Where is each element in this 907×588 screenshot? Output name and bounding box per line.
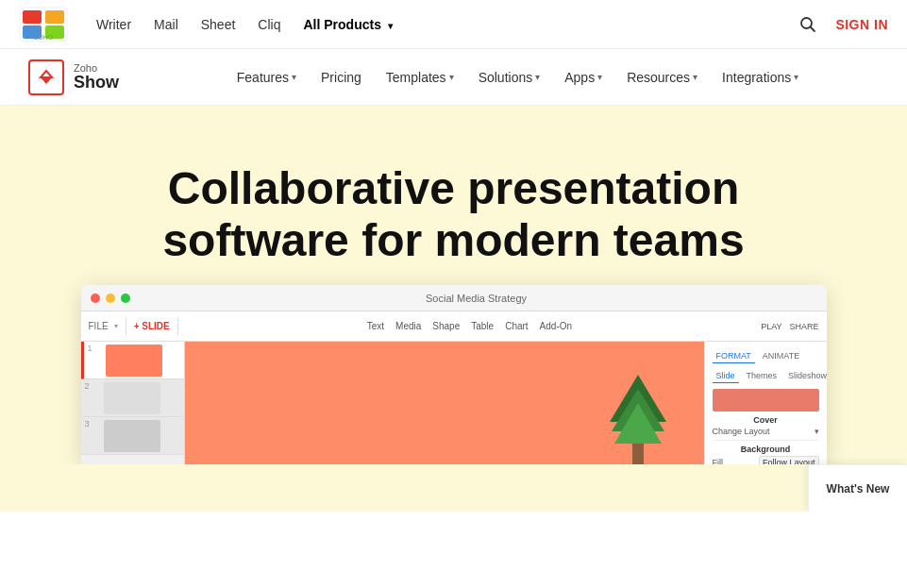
product-nav-items: Features ▾ Pricing Templates ▾ Solutions… — [157, 64, 879, 91]
nav-features[interactable]: Features ▾ — [227, 64, 306, 91]
app-title-bar: Social Media Strategy — [136, 293, 817, 304]
tab-animate[interactable]: ANIMATE — [759, 349, 803, 363]
tab-themes[interactable]: Themes — [743, 369, 781, 383]
slide-preview-3 — [104, 420, 160, 452]
app-screenshot: Social Media Strategy FILE ▾ + SLIDE Tex… — [81, 285, 827, 464]
toolbar-file-label[interactable]: FILE — [89, 321, 109, 331]
tab-slide[interactable]: Slide — [713, 369, 739, 383]
slide-num-3: 3 — [85, 419, 90, 428]
change-layout-chevron-icon: ▾ — [815, 427, 819, 436]
change-layout-row: Change Layout ▾ — [713, 427, 819, 436]
toolbar-right: PLAY SHARE — [761, 322, 818, 331]
nav-resources[interactable]: Resources ▾ — [617, 64, 707, 91]
tool-chart[interactable]: Chart — [505, 321, 528, 331]
nav-solutions[interactable]: Solutions ▾ — [469, 64, 550, 91]
hero-section: Collaborative presentation software for … — [0, 106, 907, 464]
bg-section-title: Background — [713, 445, 819, 454]
top-bar: ZOHO Writer Mail Sheet Cliq All Products… — [0, 0, 907, 49]
fill-select[interactable]: Follow Layout — [759, 456, 819, 464]
app-toolbar: FILE ▾ + SLIDE Text Media Shape Table Ch… — [81, 311, 827, 342]
svg-rect-13 — [632, 444, 644, 464]
apps-chevron-icon: ▾ — [597, 72, 602, 82]
slide-num-2: 2 — [85, 381, 90, 391]
tab-slideshow[interactable]: Slideshow — [784, 369, 826, 383]
hero-title: Collaborative presentation software for … — [152, 162, 756, 266]
fill-row: Fill Follow Layout — [713, 456, 819, 464]
nav-pricing[interactable]: Pricing — [311, 64, 371, 91]
nav-apps[interactable]: Apps ▾ — [555, 64, 612, 91]
slide-panel: 1 2 3 — [81, 342, 185, 464]
whats-new-badge[interactable]: What's New — [808, 464, 907, 512]
templates-chevron-icon: ▾ — [449, 72, 454, 82]
top-nav-cliq[interactable]: Cliq — [258, 17, 280, 32]
svg-text:ZOHO: ZOHO — [34, 34, 54, 41]
svg-marker-9 — [41, 77, 52, 84]
brand-logo[interactable]: Zoho Show — [28, 59, 119, 95]
slide-num-1: 1 — [88, 344, 92, 353]
window-close-dot — [91, 294, 100, 303]
window-minimize-dot — [106, 294, 115, 303]
share-button[interactable]: SHARE — [789, 322, 818, 331]
top-nav-writer[interactable]: Writer — [96, 17, 131, 32]
slide-thumb-2[interactable]: 2 — [81, 379, 184, 417]
tab-format[interactable]: FORMAT — [713, 349, 755, 363]
right-format-panel: FORMAT ANIMATE Slide Themes Slideshow Co… — [704, 342, 827, 464]
brand-show-label: Show — [74, 74, 119, 92]
tool-table[interactable]: Table — [471, 321, 494, 331]
solutions-chevron-icon: ▾ — [535, 72, 540, 82]
toolbar-add-slide-group: + SLIDE — [134, 321, 170, 331]
fill-label: Fill — [713, 458, 724, 464]
search-button[interactable] — [796, 12, 820, 37]
app-main: 1 2 3 — [81, 342, 827, 464]
nav-templates[interactable]: Templates ▾ — [377, 64, 463, 91]
features-chevron-icon: ▾ — [292, 72, 296, 82]
canvas-tree-illustration — [600, 370, 676, 464]
brand-name: Zoho Show — [74, 62, 119, 92]
toolbar-file-group: FILE ▾ — [89, 321, 118, 331]
svg-marker-8 — [41, 71, 52, 77]
layout-preview — [713, 389, 819, 412]
slide-thumb-1[interactable]: 1 — [81, 342, 184, 379]
zoho-logo[interactable]: ZOHO — [19, 7, 68, 42]
slide-thumb-3[interactable]: 3 — [81, 417, 184, 455]
tool-media[interactable]: Media — [395, 321, 421, 331]
change-layout-label: Change Layout — [713, 427, 770, 436]
toolbar-sep-2 — [177, 318, 178, 335]
app-chrome: Social Media Strategy — [81, 285, 827, 311]
svg-rect-2 — [45, 10, 64, 24]
play-button[interactable]: PLAY — [761, 322, 781, 331]
slide-preview-2 — [104, 382, 160, 414]
layout-section-title: Cover — [713, 415, 819, 425]
canvas-area — [185, 342, 704, 464]
product-nav: Zoho Show Features ▾ Pricing Templates ▾… — [0, 49, 907, 106]
format-panel-tabs: FORMAT ANIMATE — [713, 349, 819, 363]
nav-integrations[interactable]: Integrations ▾ — [713, 64, 808, 91]
add-slide-button[interactable]: + SLIDE — [134, 321, 170, 331]
resources-chevron-icon: ▾ — [693, 72, 697, 82]
sign-in-button[interactable]: SIGN IN — [835, 17, 888, 32]
toolbar-tools: Text Media Shape Table Chart Add-On — [186, 321, 753, 331]
top-nav-all-products[interactable]: All Products ▾ — [303, 17, 392, 32]
tool-shape[interactable]: Shape — [432, 321, 460, 331]
brand-icon — [28, 59, 64, 95]
top-bar-right: SIGN IN — [796, 12, 888, 37]
brand-zoho-label: Zoho — [74, 62, 119, 74]
integrations-chevron-icon: ▾ — [794, 72, 798, 82]
svg-line-7 — [811, 26, 815, 31]
slide-panel-tabs: Slide Themes Slideshow — [713, 369, 819, 383]
panel-divider — [713, 440, 819, 441]
top-nav: Writer Mail Sheet Cliq All Products ▾ — [96, 17, 796, 32]
toolbar-sep-1 — [126, 318, 126, 335]
toolbar-file-chevron-icon: ▾ — [114, 322, 118, 330]
svg-rect-1 — [23, 10, 42, 24]
whats-new-area: What's New — [0, 464, 907, 512]
top-nav-sheet[interactable]: Sheet — [201, 17, 236, 32]
top-nav-mail[interactable]: Mail — [154, 17, 178, 32]
slide-preview-1 — [106, 344, 162, 377]
window-maximize-dot — [121, 294, 130, 303]
tool-addon[interactable]: Add-On — [540, 321, 572, 331]
tool-text[interactable]: Text — [367, 321, 384, 331]
